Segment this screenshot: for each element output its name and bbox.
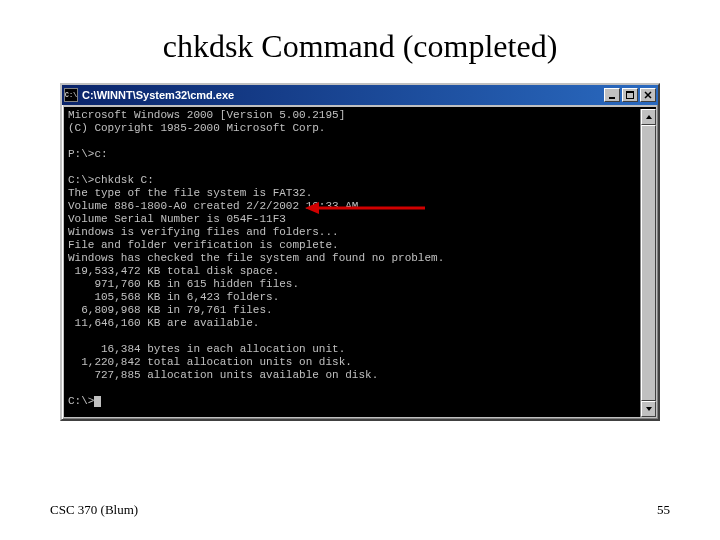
scroll-thumb[interactable] (641, 125, 656, 401)
scroll-down-button[interactable] (641, 401, 656, 417)
vertical-scrollbar[interactable] (640, 109, 656, 417)
scroll-track[interactable] (641, 125, 656, 401)
window-controls (604, 88, 656, 102)
titlebar[interactable]: C:\ C:\WINNT\System32\cmd.exe (62, 85, 658, 105)
svg-rect-0 (609, 97, 615, 99)
page-number: 55 (657, 502, 670, 518)
terminal-container: Microsoft Windows 2000 [Version 5.00.219… (62, 105, 658, 419)
close-button[interactable] (640, 88, 656, 102)
terminal-cursor (94, 396, 101, 407)
scroll-up-button[interactable] (641, 109, 656, 125)
window-title: C:\WINNT\System32\cmd.exe (82, 89, 600, 101)
maximize-button[interactable] (622, 88, 638, 102)
minimize-button[interactable] (604, 88, 620, 102)
terminal-output[interactable]: Microsoft Windows 2000 [Version 5.00.219… (64, 107, 656, 417)
cmd-icon: C:\ (64, 88, 78, 102)
footer-course: CSC 370 (Blum) (50, 502, 138, 518)
cmd-window: C:\ C:\WINNT\System32\cmd.exe Microsoft … (60, 83, 660, 421)
slide-title: chkdsk Command (completed) (0, 28, 720, 65)
svg-rect-2 (626, 91, 634, 93)
